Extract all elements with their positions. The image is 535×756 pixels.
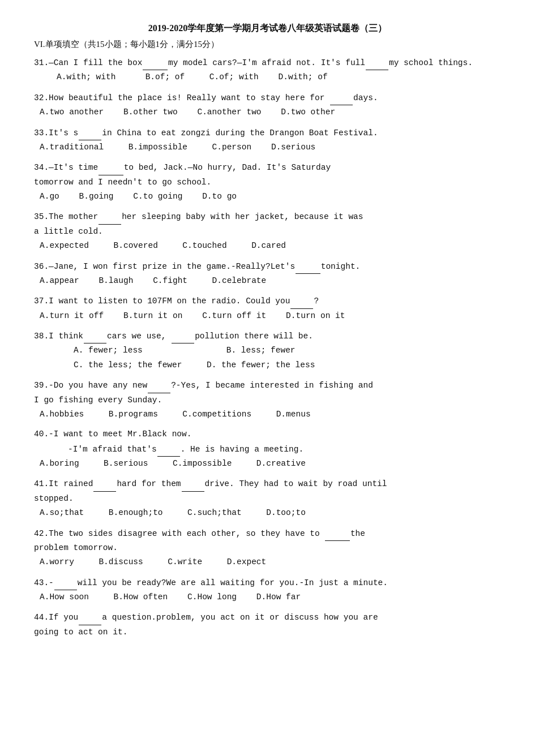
question-43: 43.- will you be ready?We are all waitin… <box>34 575 501 605</box>
question-34: 34.—It's time to bed, Jack.—No hurry, Da… <box>34 160 501 204</box>
question-35-options: A.expected B.covered C.touched D.cared <box>40 239 501 253</box>
question-43-text: 43.- will you be ready?We are all waitin… <box>34 575 501 590</box>
question-41-text2: stopped. <box>34 492 501 506</box>
question-44-text2: going to act on it. <box>34 625 501 639</box>
question-35: 35.The mother her sleeping baby with her… <box>34 209 501 253</box>
question-33-text: 33.It's s in China to eat zongzi during … <box>34 126 501 140</box>
question-37-text: 37.I want to listen to 107FM on the radi… <box>34 294 501 308</box>
question-36-text: 36.—Jane, I won first prize in the game.… <box>34 259 501 274</box>
question-40-text: 40.-I want to meet Mr.Black now. <box>34 427 501 441</box>
question-33-options: A.traditional B.impossible C.person D.se… <box>40 140 501 154</box>
question-32-text: 32.How beautiful the place is! Really wa… <box>34 91 501 105</box>
question-42-options: A.worry B.discuss C.write D.expect <box>40 555 501 569</box>
question-35-text2: a little cold. <box>34 225 501 239</box>
question-31-text: 31.—Can I fill the box my model cars?—I'… <box>34 55 501 70</box>
question-39-text2: I go fishing every Sunday. <box>34 393 501 407</box>
question-37: 37.I want to listen to 107FM on the radi… <box>34 294 501 323</box>
question-42-text2: problem tomorrow. <box>34 541 501 555</box>
question-42: 42.The two sides disagree with each othe… <box>34 526 501 570</box>
question-39-options: A.hobbies B.programs C.competitions D.me… <box>40 407 501 422</box>
section-header: VI.单项填空（共15小题；每小题1分，满分15分） <box>34 39 501 50</box>
question-40-text2: -I'm afraid that's . He is having a meet… <box>34 442 501 457</box>
question-34-text: 34.—It's time to bed, Jack.—No hurry, Da… <box>34 160 501 175</box>
page-title: 2019-2020学年度第一学期月考试卷八年级英语试题卷（三） <box>34 23 501 35</box>
question-38-text: 38.I think cars we use, pollution there … <box>34 329 501 343</box>
question-35-text: 35.The mother her sleeping baby with her… <box>34 209 501 224</box>
question-40: 40.-I want to meet Mr.Black now. -I'm af… <box>34 427 501 471</box>
question-38-options-a: A. fewer; less B. less; fewer <box>40 343 501 358</box>
question-39: 39.-Do you have any new ?-Yes, I became … <box>34 378 501 422</box>
question-36: 36.—Jane, I won first prize in the game.… <box>34 259 501 289</box>
question-38: 38.I think cars we use, pollution there … <box>34 329 501 372</box>
question-44-text: 44.If you a question.problem, you act on… <box>34 610 501 625</box>
question-40-options: A.boring B.serious C.impossible D.creati… <box>40 457 501 471</box>
question-34-text2: tomorrow and I needn't to go school. <box>34 175 501 190</box>
question-42-text: 42.The two sides disagree with each othe… <box>34 526 501 541</box>
question-44: 44.If you a question.problem, you act on… <box>34 610 501 639</box>
question-37-options: A.turn it off B.turn it on C.turn off it… <box>40 309 501 323</box>
question-41-options: A.so;that B.enough;to C.such;that D.too;… <box>40 506 501 520</box>
question-32-options: A.two another B.other two C.another two … <box>40 105 501 119</box>
question-36-options: A.appear B.laugh C.fight D.celebrate <box>40 274 501 288</box>
question-41: 41.It rained hard for them drive. They h… <box>34 476 501 520</box>
question-33: 33.It's s in China to eat zongzi during … <box>34 126 501 155</box>
question-39-text: 39.-Do you have any new ?-Yes, I became … <box>34 378 501 393</box>
question-41-text: 41.It rained hard for them drive. They h… <box>34 476 501 491</box>
question-43-options: A.How soon B.How often C.How long D.How … <box>40 590 501 604</box>
question-31: 31.—Can I fill the box my model cars?—I'… <box>34 55 501 85</box>
question-34-options: A.go B.going C.to going D.to go <box>40 190 501 204</box>
question-32: 32.How beautiful the place is! Really wa… <box>34 91 501 120</box>
question-38-options-b: C. the less; the fewer D. the fewer; the… <box>40 358 501 372</box>
question-31-options: A.with; with B.of; of C.of; with D.with;… <box>40 70 501 84</box>
